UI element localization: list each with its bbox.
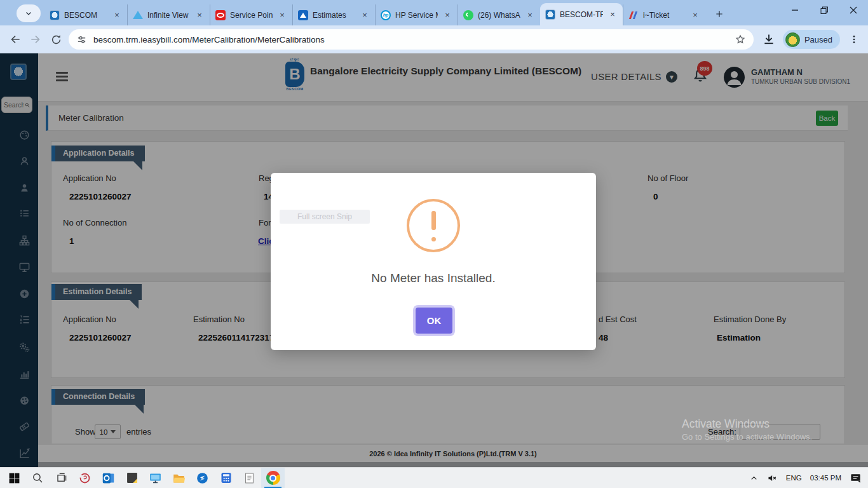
tab-search-button[interactable] (17, 4, 41, 22)
calculator-icon (220, 471, 233, 484)
site-info-icon[interactable] (76, 34, 87, 45)
reload-button[interactable] (46, 29, 66, 50)
hp-favicon (381, 10, 391, 20)
volume-muted-icon[interactable] (767, 473, 778, 484)
folder-icon (172, 471, 186, 485)
page-viewport: ಬೆಸ್ಕಾಂ B BESCOM Bangalore Electricity S… (0, 53, 868, 467)
browser-toolbar: bescom.trm.ieasybill.com/MeterCalibratio… (0, 25, 868, 53)
taskbar-app-red[interactable] (73, 468, 97, 488)
taskbar-app-chrome[interactable] (261, 468, 285, 488)
downloads-button[interactable] (759, 29, 779, 50)
tab-label: HP Service M (395, 11, 438, 20)
three-dots-icon (849, 34, 859, 44)
paused-label: Paused (804, 35, 832, 44)
tab-close-icon[interactable] (525, 10, 535, 20)
start-button[interactable] (3, 468, 26, 488)
new-tab-button[interactable] (710, 5, 728, 23)
taskbar-search-button[interactable] (26, 468, 50, 488)
tab-close-icon[interactable] (112, 10, 122, 20)
monitor-icon (149, 471, 162, 485)
tab-close-icon[interactable] (607, 10, 618, 20)
activate-windows-watermark: Activate Windows (682, 417, 770, 431)
snip-artifact: Full screen Snip (280, 210, 370, 224)
activate-windows-watermark-sub: Go to Settings to activate Windows. (682, 432, 812, 442)
tab-label: BESCOM (64, 11, 107, 20)
download-icon (763, 33, 775, 46)
tab-hp-service[interactable]: HP Service M (375, 4, 458, 25)
taskbar-app-blue-circle[interactable] (191, 468, 214, 488)
windows-logo-icon (8, 472, 20, 484)
task-view-button[interactable] (50, 468, 73, 488)
minimize-button[interactable] (780, 0, 810, 20)
bookmark-star-icon[interactable] (735, 34, 746, 45)
infinite-view-favicon (133, 11, 143, 19)
notepad-icon (243, 472, 255, 484)
show-hidden-icons-chevron[interactable] (749, 473, 759, 483)
browser-tab-strip: BESCOM Infinite View Service Point Estim… (0, 0, 868, 25)
tab-close-icon[interactable] (690, 10, 700, 20)
tab-label: Service Point (230, 11, 273, 20)
clock[interactable]: 03:45 PM (810, 474, 841, 482)
warning-icon (407, 199, 460, 252)
extension-paused-badge[interactable]: Paused (783, 30, 840, 49)
tab-close-icon[interactable] (442, 10, 452, 20)
windows-taskbar: ENG 03:45 PM (0, 467, 868, 488)
compass-app-icon (196, 471, 209, 485)
browser-menu-button[interactable] (844, 29, 864, 50)
chrome-icon (266, 471, 280, 485)
tab-service-point[interactable]: Service Point (210, 4, 292, 25)
estimates-favicon (298, 10, 308, 20)
tab-bescom-trm-active[interactable]: BESCOM-TR (540, 3, 623, 25)
taskbar-app-notepad[interactable] (238, 468, 261, 488)
modal-message: No Meter has Installed. (271, 271, 596, 285)
tab-label: BESCOM-TR (560, 10, 603, 19)
outlook-icon (102, 471, 115, 485)
red-app-icon (78, 471, 92, 485)
tab-label: (26) WhatsA (478, 11, 520, 20)
url-bar[interactable]: bescom.trm.ieasybill.com/MeterCalibratio… (69, 29, 754, 50)
forward-arrow-icon (29, 33, 42, 46)
window-controls (780, 0, 868, 20)
iticket-favicon (628, 10, 639, 20)
tab-close-icon[interactable] (277, 10, 287, 20)
url-text: bescom.trm.ieasybill.com/MeterCalibratio… (93, 35, 728, 44)
minimize-icon (791, 6, 799, 14)
tab-label: i~Ticket (643, 11, 686, 20)
close-window-button[interactable] (839, 0, 868, 20)
tab-bescom[interactable]: BESCOM (44, 4, 127, 25)
plus-icon (715, 10, 724, 18)
search-icon (32, 472, 44, 484)
sticky-notes-icon (126, 471, 139, 484)
forward-nav-button[interactable] (25, 29, 46, 50)
service-point-favicon (215, 10, 226, 20)
taskbar-app-display[interactable] (144, 468, 167, 488)
bescom-favicon (50, 10, 60, 20)
chevron-down-icon (25, 10, 32, 17)
extension-avatar-icon (785, 32, 800, 47)
close-icon (850, 6, 857, 14)
restore-icon (820, 6, 829, 15)
language-indicator[interactable]: ENG (786, 474, 802, 482)
task-view-icon (55, 472, 67, 484)
tab-infinite-view[interactable]: Infinite View (127, 4, 210, 25)
tab-whatsapp[interactable]: (26) WhatsA (458, 4, 540, 25)
tab-close-icon[interactable] (360, 10, 370, 20)
tab-close-icon[interactable] (194, 10, 205, 20)
taskbar-app-outlook[interactable] (97, 468, 120, 488)
ok-button[interactable]: OK (416, 308, 452, 334)
taskbar-app-file-explorer[interactable] (167, 468, 191, 488)
tab-iticket[interactable]: i~Ticket (623, 4, 705, 25)
screen: BESCOM Infinite View Service Point Estim… (0, 0, 868, 488)
whatsapp-favicon (463, 10, 473, 20)
restore-button[interactable] (810, 0, 839, 20)
tab-label: Estimates (313, 11, 355, 20)
action-center-icon[interactable] (850, 472, 862, 484)
reload-icon (50, 34, 62, 46)
tab-estimates[interactable]: Estimates (292, 4, 375, 25)
taskbar-app-sticky-notes[interactable] (120, 468, 144, 488)
tab-label: Infinite View (147, 11, 190, 20)
alert-modal: Full screen Snip No Meter has Installed.… (271, 173, 596, 350)
taskbar-app-calculator[interactable] (214, 468, 238, 488)
back-nav-button[interactable] (5, 29, 25, 50)
back-arrow-icon (9, 33, 22, 46)
